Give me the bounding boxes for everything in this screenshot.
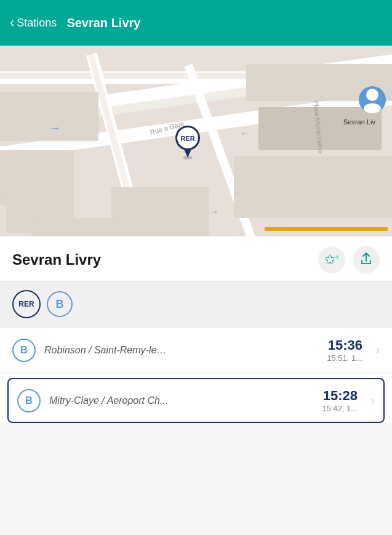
svg-rect-5 bbox=[0, 73, 246, 79]
departure-row-selected[interactable]: B Mitry-Claye / Aeroport Ch... 15:28 15:… bbox=[7, 378, 385, 423]
header-title: Sevran Livry bbox=[66, 16, 140, 30]
line-rer-badge[interactable]: RER bbox=[12, 290, 41, 318]
back-label: Stations bbox=[17, 17, 57, 30]
departure-times-1: 15:36 15:51, 1... bbox=[327, 337, 362, 363]
svg-rect-22 bbox=[265, 227, 388, 231]
svg-text:→: → bbox=[209, 206, 219, 217]
departure-time-main-1: 15:36 bbox=[327, 337, 362, 353]
svg-point-30 bbox=[364, 103, 381, 113]
back-chevron-icon: ‹ bbox=[10, 16, 14, 30]
svg-text:Sevran Liv: Sevran Liv bbox=[343, 118, 375, 126]
back-button[interactable]: ‹ Stations bbox=[10, 16, 57, 30]
map-svg: → ← → Rue a Gare Place Michel Debre RER … bbox=[0, 46, 392, 236]
departure-times-2: 15:28 15:42, 1... bbox=[322, 388, 358, 413]
map-area[interactable]: → ← → Rue a Gare Place Michel Debre RER … bbox=[0, 46, 392, 236]
station-info: Sevran Livry ✩+ bbox=[0, 236, 392, 281]
departure-time-next-2: 15:42, 1... bbox=[322, 404, 358, 413]
share-icon bbox=[360, 252, 372, 268]
departure-destination-2: Mitry-Claye / Aeroport Ch... bbox=[49, 395, 313, 406]
star-icon: ✩+ bbox=[324, 252, 339, 268]
departure-line-badge-1: B bbox=[12, 339, 36, 362]
departure-destination-1: Robinson / Saint-Remy-le… bbox=[44, 345, 318, 356]
line-b-badge[interactable]: B bbox=[47, 291, 73, 317]
departure-time-next-1: 15:51, 1... bbox=[327, 353, 362, 363]
share-button[interactable] bbox=[353, 246, 380, 273]
svg-text:RER: RER bbox=[180, 135, 194, 142]
svg-rect-16 bbox=[31, 218, 117, 236]
departure-row[interactable]: B Robinson / Saint-Remy-le… 15:36 15:51,… bbox=[0, 328, 392, 373]
station-name: Sevran Livry bbox=[12, 251, 101, 268]
departure-chevron-1: › bbox=[376, 344, 380, 356]
svg-point-29 bbox=[366, 89, 378, 101]
header: ‹ Stations Sevran Livry bbox=[0, 0, 392, 46]
lines-section: RER B bbox=[0, 281, 392, 328]
svg-text:→: → bbox=[49, 122, 60, 134]
svg-text:←: ← bbox=[240, 128, 250, 139]
departures-section: B Robinson / Saint-Remy-le… 15:36 15:51,… bbox=[0, 328, 392, 423]
action-buttons: ✩+ bbox=[318, 246, 380, 273]
favorite-button[interactable]: ✩+ bbox=[318, 246, 345, 273]
departure-chevron-2: › bbox=[371, 394, 375, 407]
svg-rect-14 bbox=[234, 156, 392, 218]
svg-rect-15 bbox=[111, 187, 209, 236]
departure-line-badge-2: B bbox=[17, 389, 41, 412]
departure-time-main-2: 15:28 bbox=[322, 388, 358, 404]
